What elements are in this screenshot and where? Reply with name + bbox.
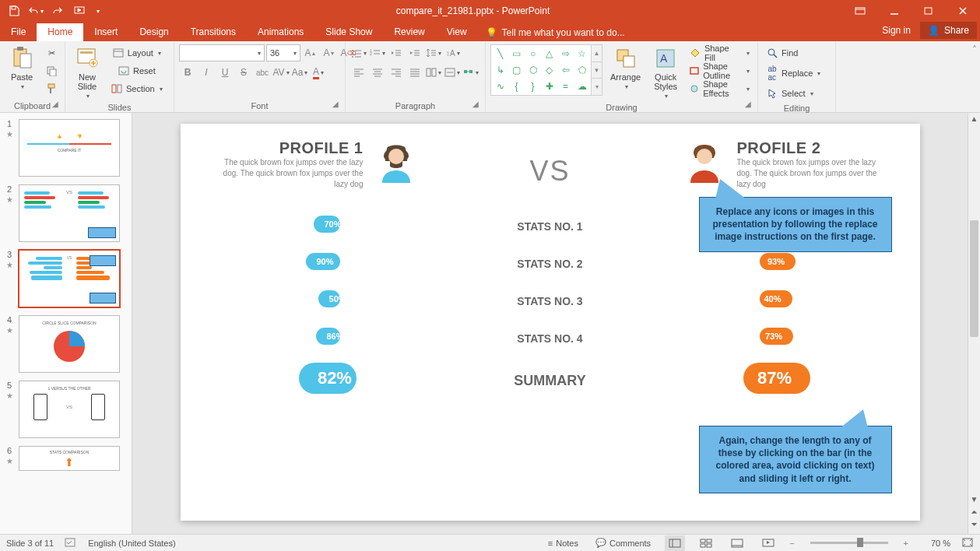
profile1-title[interactable]: PROFILE 1: [223, 139, 364, 157]
zoom-in-icon[interactable]: +: [904, 539, 908, 548]
shape-triangle-icon[interactable]: △: [542, 47, 557, 61]
stat3-left-bar[interactable]: 50%: [318, 290, 340, 307]
undo-icon[interactable]: ▾: [26, 2, 45, 20]
change-case-button[interactable]: Aa▾: [291, 64, 308, 81]
shape-roundrect-icon[interactable]: ▢: [509, 63, 524, 78]
zoom-slider[interactable]: [810, 542, 888, 544]
summary-label[interactable]: SUMMARY: [514, 357, 585, 404]
shape-arrow-icon[interactable]: ⇨: [558, 47, 573, 61]
shape-rect-icon[interactable]: ▭: [509, 47, 524, 61]
copy-button[interactable]: [42, 62, 61, 79]
save-icon[interactable]: [5, 2, 23, 20]
tell-me[interactable]: 💡 Tell me what you want to do...: [478, 27, 633, 41]
start-from-beginning-icon[interactable]: [70, 2, 89, 20]
shapes-up-icon[interactable]: ▲: [592, 45, 602, 62]
vertical-scrollbar[interactable]: ▲ ▼ ⏶ ⏷: [968, 113, 980, 534]
zoom-out-icon[interactable]: −: [789, 539, 794, 548]
profile2-subtitle[interactable]: The quick brown fox jumps over the lazy …: [737, 157, 877, 190]
scroll-down-icon[interactable]: ▼: [971, 495, 978, 507]
shape-effects-button[interactable]: Shape Effects▾: [686, 80, 753, 97]
find-button[interactable]: Find: [763, 44, 801, 61]
close-icon[interactable]: [946, 0, 980, 22]
shapes-more-icon[interactable]: ▾: [592, 79, 602, 95]
zoom-thumb[interactable]: [857, 538, 863, 547]
section-button[interactable]: Section▾: [107, 80, 166, 97]
layout-button[interactable]: Layout▾: [107, 44, 166, 61]
replace-button[interactable]: abacReplace▾: [763, 65, 824, 82]
strikethrough-button[interactable]: S: [235, 64, 252, 81]
smartart-button[interactable]: ▾: [462, 64, 479, 81]
stat-label-3[interactable]: STATS NO. 3: [517, 283, 582, 320]
stat-label-4[interactable]: STATS NO. 4: [517, 320, 582, 357]
notes-button[interactable]: ≡Notes: [545, 539, 581, 548]
fit-to-window-icon[interactable]: [961, 537, 974, 549]
shape-star-icon[interactable]: ☆: [574, 47, 589, 61]
clipboard-launcher-icon[interactable]: ◢: [52, 100, 63, 111]
tab-home[interactable]: Home: [37, 23, 83, 41]
shape-line-icon[interactable]: ╲: [493, 47, 508, 61]
tab-insert[interactable]: Insert: [83, 23, 128, 41]
spellcheck-icon[interactable]: [65, 537, 77, 549]
shape-curve-icon[interactable]: ∿: [493, 79, 508, 93]
new-slide-button[interactable]: New Slide▾: [70, 44, 104, 101]
shape-callout-icon[interactable]: ⬠: [574, 63, 589, 78]
stat-label-2[interactable]: STATS NO. 2: [517, 245, 582, 283]
slide-thumb-6[interactable]: STATS COMPARISON⬆: [19, 446, 120, 471]
slide-thumbnails[interactable]: 1★ 👍👎COMPARE IT 2★ VS 3★ VS 4★ CIRCLE SL…: [0, 113, 132, 534]
slide-indicator[interactable]: Slide 3 of 11: [6, 539, 54, 548]
bold-button[interactable]: B: [179, 64, 196, 81]
reset-button[interactable]: Reset: [107, 62, 166, 79]
slide-thumb-3[interactable]: VS: [19, 250, 120, 307]
slide-thumb-5[interactable]: 1 VERSUS THE OTHERVS: [19, 381, 120, 438]
summary-right-bar[interactable]: 87%: [743, 363, 810, 394]
reading-view-icon[interactable]: [727, 535, 747, 551]
minimize-icon[interactable]: [877, 0, 912, 22]
shape-cloud-icon[interactable]: ☁: [574, 79, 589, 93]
prev-slide-icon[interactable]: ⏶: [971, 507, 978, 520]
line-spacing-button[interactable]: ▾: [425, 44, 442, 61]
shape-oval-icon[interactable]: ○: [525, 47, 540, 61]
zoom-level[interactable]: 70 %: [919, 539, 950, 548]
font-size-input[interactable]: 36▾: [266, 44, 300, 61]
increase-indent-button[interactable]: [406, 44, 423, 61]
shape-outline-button[interactable]: Shape Outline▾: [686, 62, 753, 79]
collapse-ribbon-icon[interactable]: ˄: [972, 44, 977, 55]
text-direction-button[interactable]: ↕A▾: [444, 44, 461, 61]
sign-in-link[interactable]: Sign in: [873, 25, 920, 36]
profile1-avatar-icon[interactable]: [374, 139, 418, 183]
callout-replace-images[interactable]: Replace any icons or images in this pres…: [699, 197, 892, 252]
stat-label-1[interactable]: STATS NO. 1: [517, 208, 582, 245]
shape-connector-icon[interactable]: ↳: [493, 63, 508, 78]
shape-brace-icon[interactable]: {: [509, 79, 524, 93]
language-indicator[interactable]: English (United States): [88, 539, 176, 548]
stat4-right-bar[interactable]: 73%: [760, 328, 793, 345]
paragraph-launcher-icon[interactable]: ◢: [472, 100, 483, 111]
format-painter-button[interactable]: [42, 80, 61, 97]
shape-hex-icon[interactable]: ⬡: [525, 63, 540, 78]
tab-file[interactable]: File: [0, 23, 37, 41]
tab-animations[interactable]: Animations: [247, 23, 314, 41]
underline-button[interactable]: U: [216, 64, 234, 81]
callout-resize-bars[interactable]: Again, change the length to any of these…: [699, 426, 892, 493]
shape-plus-icon[interactable]: ✚: [542, 79, 557, 93]
shape-arrow2-icon[interactable]: ⇦: [558, 63, 573, 78]
slide-thumb-2[interactable]: VS: [19, 184, 120, 242]
sorter-view-icon[interactable]: [696, 535, 716, 551]
vs-label[interactable]: VS: [529, 155, 570, 188]
slide-thumb-4[interactable]: CIRCLE SLICE COMPARISON: [19, 315, 120, 373]
cut-button[interactable]: ✂: [42, 44, 61, 61]
justify-button[interactable]: [406, 64, 423, 81]
quick-styles-button[interactable]: A Quick Styles▾: [648, 44, 683, 101]
columns-button[interactable]: ▾: [425, 64, 442, 81]
align-center-button[interactable]: [369, 64, 386, 81]
stat3-right-bar[interactable]: 40%: [760, 290, 792, 307]
select-button[interactable]: Select▾: [763, 85, 817, 102]
stat2-right-bar[interactable]: 93%: [760, 253, 796, 270]
qat-customize-icon[interactable]: ▾: [92, 2, 103, 20]
decrease-indent-button[interactable]: [388, 44, 405, 61]
align-text-button[interactable]: ▾: [444, 64, 461, 81]
normal-view-icon[interactable]: [665, 535, 685, 551]
maximize-icon[interactable]: [912, 0, 946, 22]
scroll-up-icon[interactable]: ▲: [971, 114, 978, 127]
char-spacing-button[interactable]: AV▾: [272, 64, 290, 81]
